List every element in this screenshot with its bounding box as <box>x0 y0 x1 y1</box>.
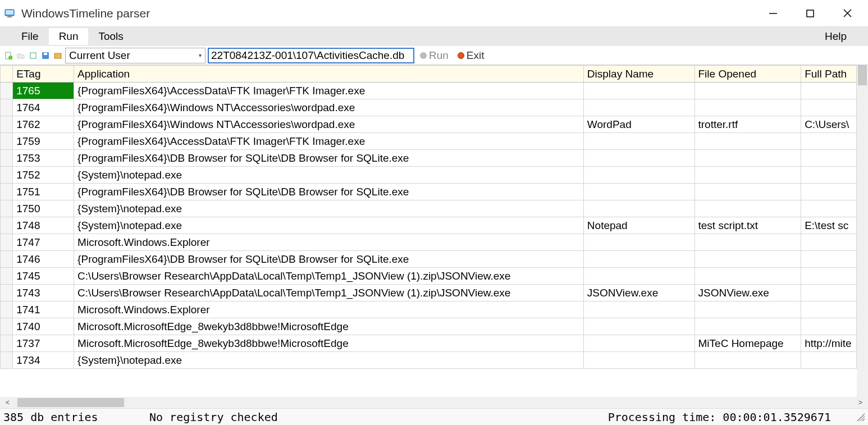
etag-cell[interactable]: 1764 <box>13 99 74 116</box>
file-opened-cell[interactable] <box>695 301 801 318</box>
application-cell[interactable]: Microsoft.Windows.Explorer <box>74 234 584 251</box>
hscroll-right-icon[interactable]: > <box>855 399 866 406</box>
etag-cell[interactable]: 1759 <box>13 133 74 150</box>
full-path-cell[interactable]: http://mite <box>801 335 857 352</box>
display-name-cell[interactable]: JSONView.exe <box>583 285 695 301</box>
application-cell[interactable]: Microsoft.MicrosoftEdge_8wekyb3d8bbwe!Mi… <box>74 318 584 335</box>
table-row[interactable]: 1762{ProgramFilesX64}\Windows NT\Accesso… <box>1 116 857 133</box>
path-input[interactable] <box>208 48 414 63</box>
full-path-cell[interactable] <box>801 150 857 167</box>
col-full-path[interactable]: Full Path <box>801 66 857 83</box>
row-header-cell[interactable] <box>1 150 13 167</box>
table-row[interactable]: 1746{ProgramFilesX64}\DB Browser for SQL… <box>1 251 857 268</box>
full-path-cell[interactable] <box>801 268 857 285</box>
full-path-cell[interactable]: C:\Users\ <box>801 116 857 133</box>
exit-button[interactable]: Exit <box>454 48 488 63</box>
application-cell[interactable]: {ProgramFilesX64}\DB Browser for SQLite\… <box>74 184 584 200</box>
application-cell[interactable]: {ProgramFilesX64}\DB Browser for SQLite\… <box>74 251 584 268</box>
etag-cell[interactable]: 1741 <box>13 301 74 318</box>
row-header-cell[interactable] <box>1 167 13 184</box>
etag-cell[interactable]: 1734 <box>13 352 74 369</box>
etag-cell[interactable]: 1743 <box>13 285 74 301</box>
row-header-cell[interactable] <box>1 335 13 352</box>
user-select[interactable]: Current User ▾ <box>65 48 205 63</box>
full-path-cell[interactable] <box>801 301 857 318</box>
menu-tools[interactable]: Tools <box>88 28 133 45</box>
display-name-cell[interactable] <box>583 167 695 184</box>
display-name-cell[interactable] <box>583 268 695 285</box>
row-header-cell[interactable] <box>1 301 13 318</box>
hscroll-left-icon[interactable]: < <box>2 399 13 406</box>
row-header-cell[interactable] <box>1 251 13 268</box>
display-name-cell[interactable] <box>583 200 695 217</box>
display-name-cell[interactable] <box>583 251 695 268</box>
application-cell[interactable]: {System}\notepad.exe <box>74 200 584 217</box>
resize-grip-icon[interactable] <box>857 413 865 421</box>
display-name-cell[interactable] <box>583 234 695 251</box>
row-header-cell[interactable] <box>1 285 13 301</box>
file-opened-cell[interactable] <box>695 234 801 251</box>
file-opened-cell[interactable] <box>695 167 801 184</box>
application-cell[interactable]: {ProgramFilesX64}\DB Browser for SQLite\… <box>74 150 584 167</box>
display-name-cell[interactable] <box>583 133 695 150</box>
etag-cell[interactable]: 1750 <box>13 200 74 217</box>
etag-cell[interactable]: 1753 <box>13 150 74 167</box>
etag-cell[interactable]: 1752 <box>13 167 74 184</box>
file-opened-cell[interactable] <box>695 200 801 217</box>
maximize-button[interactable] <box>805 8 815 19</box>
full-path-cell[interactable] <box>801 318 857 335</box>
hscroll-thumb[interactable] <box>17 398 124 407</box>
table-row[interactable]: 1734{System}\notepad.exe <box>1 352 857 369</box>
application-cell[interactable]: {ProgramFilesX64}\AccessData\FTK Imager\… <box>74 83 584 99</box>
table-row[interactable]: 1764{ProgramFilesX64}\Windows NT\Accesso… <box>1 99 857 116</box>
full-path-cell[interactable]: E:\test sc <box>801 217 857 234</box>
application-cell[interactable]: {System}\notepad.exe <box>74 352 584 369</box>
table-row[interactable]: 1759{ProgramFilesX64}\AccessData\FTK Ima… <box>1 133 857 150</box>
application-cell[interactable]: {System}\notepad.exe <box>74 217 584 234</box>
display-name-cell[interactable] <box>583 83 695 99</box>
table-row[interactable]: 1750{System}\notepad.exe <box>1 200 857 217</box>
folder-icon[interactable] <box>16 51 26 61</box>
etag-cell[interactable]: 1740 <box>13 318 74 335</box>
row-header-cell[interactable] <box>1 200 13 217</box>
application-cell[interactable]: {ProgramFilesX64}\Windows NT\Accessories… <box>74 116 584 133</box>
save-icon[interactable] <box>40 51 51 61</box>
open-db-icon[interactable] <box>28 51 38 61</box>
file-opened-cell[interactable] <box>695 150 801 167</box>
file-opened-cell[interactable] <box>695 83 801 99</box>
display-name-cell[interactable] <box>583 335 695 352</box>
display-name-cell[interactable] <box>583 301 695 318</box>
table-row[interactable]: 1752{System}\notepad.exe <box>1 167 857 184</box>
file-opened-cell[interactable] <box>695 133 801 150</box>
row-header-cell[interactable] <box>1 83 13 99</box>
full-path-cell[interactable] <box>801 167 857 184</box>
display-name-cell[interactable] <box>583 99 695 116</box>
minimize-button[interactable] <box>768 8 778 19</box>
close-button[interactable] <box>842 8 852 19</box>
row-header-cell[interactable] <box>1 184 13 200</box>
menu-file[interactable]: File <box>11 28 49 45</box>
vscroll-thumb[interactable] <box>858 65 867 85</box>
etag-cell[interactable]: 1745 <box>13 268 74 285</box>
display-name-cell[interactable]: WordPad <box>583 116 695 133</box>
etag-cell[interactable]: 1737 <box>13 335 74 352</box>
full-path-cell[interactable] <box>801 234 857 251</box>
file-opened-cell[interactable] <box>695 268 801 285</box>
col-display-name[interactable]: Display Name <box>583 66 695 83</box>
application-cell[interactable]: {System}\notepad.exe <box>74 167 584 184</box>
vertical-scrollbar[interactable] <box>857 65 868 397</box>
file-opened-cell[interactable] <box>695 184 801 200</box>
file-opened-cell[interactable]: JSONView.exe <box>695 285 801 301</box>
full-path-cell[interactable] <box>801 352 857 369</box>
etag-cell[interactable]: 1762 <box>13 116 74 133</box>
full-path-cell[interactable] <box>801 285 857 301</box>
table-row[interactable]: 1741Microsoft.Windows.Explorer <box>1 301 857 318</box>
file-opened-cell[interactable]: trotter.rtf <box>695 116 801 133</box>
full-path-cell[interactable] <box>801 200 857 217</box>
run-button[interactable]: Run <box>417 48 452 63</box>
row-header-cell[interactable] <box>1 99 13 116</box>
application-cell[interactable]: {ProgramFilesX64}\Windows NT\Accessories… <box>74 99 584 116</box>
row-header-cell[interactable] <box>1 116 13 133</box>
display-name-cell[interactable] <box>583 318 695 335</box>
menu-run[interactable]: Run <box>49 28 89 45</box>
